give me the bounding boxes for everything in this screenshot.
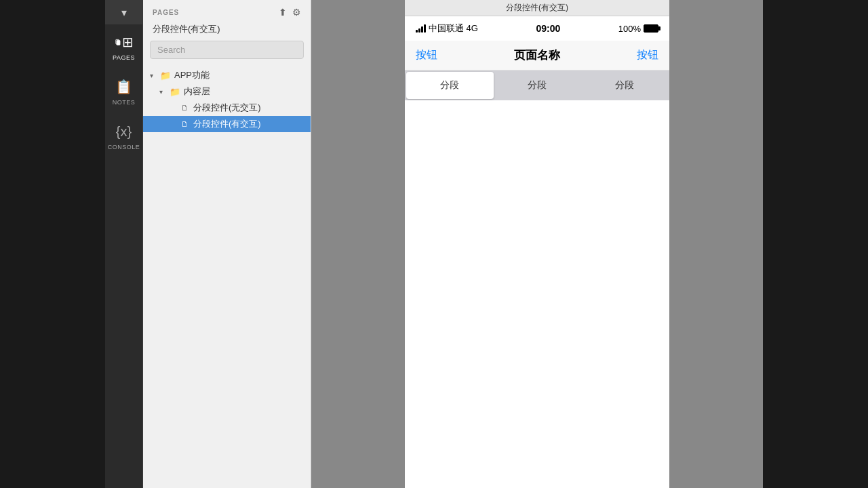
pages-header-actions: ⬆ ⚙ bbox=[279, 7, 301, 18]
sidebar-notes-label: NOTES bbox=[113, 99, 136, 106]
nav-right-button[interactable]: 按钮 bbox=[637, 48, 658, 62]
sidebar-item-pages[interactable]: ⊞ PAGES bbox=[105, 24, 143, 69]
status-right: 100% bbox=[618, 24, 658, 34]
signal-icon bbox=[416, 24, 426, 33]
carrier-label: 中国联通 4G bbox=[429, 22, 478, 35]
tree-spacer-2: ▸ bbox=[169, 121, 178, 128]
dropdown-arrow-icon: ▾ bbox=[121, 6, 127, 19]
app-container: ▾ ⊞ PAGES 📋 NOTES bbox=[105, 0, 763, 488]
sidebar-console-label: CONSOLE bbox=[108, 144, 140, 150]
svg-rect-1 bbox=[117, 40, 120, 44]
tree-label-page-with-interact: 分段控件(有交互) bbox=[193, 118, 261, 130]
tree-label-content-layer: 内容层 bbox=[184, 85, 210, 98]
segment-2-label: 分段 bbox=[615, 79, 634, 92]
tree-arrow-icon: ▾ bbox=[150, 72, 159, 79]
sidebar-item-notes[interactable]: 📋 NOTES bbox=[105, 69, 143, 114]
notes-icon: 📋 bbox=[115, 77, 134, 96]
page-with-interact-icon: 🗋 bbox=[178, 119, 191, 129]
sidebar-item-console[interactable]: {x} CONSOLE bbox=[105, 114, 143, 159]
status-time: 09:00 bbox=[536, 23, 560, 34]
segment-0[interactable]: 分段 bbox=[406, 72, 494, 99]
tree-label-page-no-interact: 分段控件(无交互) bbox=[193, 102, 261, 114]
search-input[interactable]: Search bbox=[150, 41, 304, 59]
tree-item-page-no-interact[interactable]: ▸ 🗋 分段控件(无交互) bbox=[143, 100, 311, 116]
pages-header: PAGES ⬆ ⚙ bbox=[143, 0, 311, 22]
console-icon: {x} bbox=[115, 122, 134, 141]
mobile-frame: 分段控件(有交互) 中国联通 4G 09:00 100% bbox=[405, 0, 669, 488]
tree-item-content-layer[interactable]: ▾ 📁 内容层 bbox=[143, 83, 311, 100]
pages-icon: ⊞ bbox=[115, 33, 134, 52]
segment-2[interactable]: 分段 bbox=[580, 72, 668, 99]
pages-panel: PAGES ⬆ ⚙ 分段控件(有交互) Search ▾ 📁 APP功能 ▾ 📁… bbox=[143, 0, 311, 488]
folder-content-icon: 📁 bbox=[169, 86, 181, 97]
sidebar-pages-label: PAGES bbox=[113, 54, 135, 61]
battery-icon bbox=[644, 24, 658, 33]
dropdown-bar[interactable]: ▾ bbox=[105, 0, 143, 24]
status-bar: 中国联通 4G 09:00 100% bbox=[405, 16, 669, 41]
tree-container: ▾ 📁 APP功能 ▾ 📁 内容层 ▸ 🗋 分段控件(无交互) ▸ 🗋 分段控件… bbox=[143, 64, 311, 488]
preview-area: 分段控件(有交互) 中国联通 4G 09:00 100% bbox=[311, 0, 763, 488]
tree-item-page-with-interact[interactable]: ▸ 🗋 分段控件(有交互) bbox=[143, 116, 311, 132]
nav-title: 页面名称 bbox=[514, 47, 560, 63]
segment-1[interactable]: 分段 bbox=[494, 72, 581, 99]
pages-section-title: PAGES bbox=[153, 9, 179, 16]
content-area bbox=[405, 100, 669, 488]
segmented-control: 分段 分段 分段 bbox=[405, 70, 669, 100]
tree-item-app-root[interactable]: ▾ 📁 APP功能 bbox=[143, 67, 311, 83]
tree-label-app-root: APP功能 bbox=[174, 69, 210, 81]
nav-left-button[interactable]: 按钮 bbox=[416, 48, 437, 62]
window-titlebar: 分段控件(有交互) bbox=[405, 0, 669, 16]
current-page-name: 分段控件(有交互) bbox=[143, 22, 311, 41]
page-no-interact-icon: 🗋 bbox=[178, 102, 191, 113]
icon-sidebar: ▾ ⊞ PAGES 📋 NOTES bbox=[105, 0, 143, 488]
tree-arrow-content-icon: ▾ bbox=[159, 88, 169, 96]
window-title: 分段控件(有交互) bbox=[506, 2, 568, 14]
search-placeholder: Search bbox=[157, 45, 185, 55]
battery-percent: 100% bbox=[618, 24, 641, 34]
nav-bar: 按钮 页面名称 按钮 bbox=[405, 41, 669, 70]
folder-icon: 📁 bbox=[159, 70, 172, 81]
tree-spacer-1: ▸ bbox=[169, 104, 178, 112]
segment-1-label: 分段 bbox=[528, 79, 547, 92]
export-icon[interactable]: ⬆ bbox=[279, 7, 287, 18]
settings-icon[interactable]: ⚙ bbox=[292, 7, 301, 18]
status-left: 中国联通 4G bbox=[416, 22, 478, 35]
segment-0-label: 分段 bbox=[440, 79, 459, 92]
